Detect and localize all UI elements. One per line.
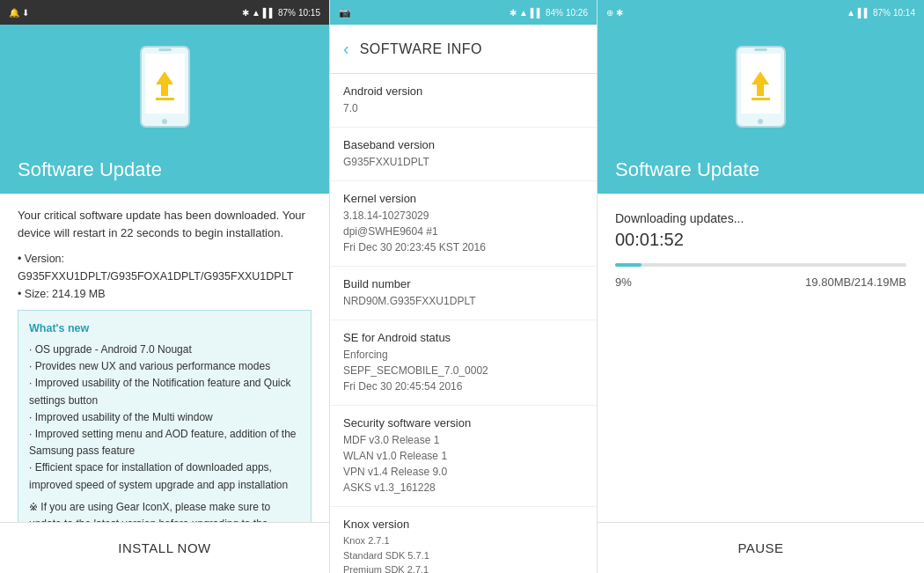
phone-icon-right [730, 42, 792, 130]
pause-button[interactable]: PAUSE [598, 522, 924, 573]
version-line2: • Size: 214.19 MB [18, 285, 312, 303]
progress-bar-fill [615, 263, 642, 267]
phone-icon-left [134, 42, 195, 130]
info-list: Android version 7.0 Baseband version G93… [330, 74, 597, 573]
right-signal-icon: ▌▌ [858, 8, 870, 18]
bluetooth-icon: ✱ [242, 8, 249, 18]
panel-left: 🔔 ⬇ ✱ ▲ ▌▌ 87% 10:15 Software Update [0, 0, 329, 573]
time-elapsed: 00:01:52 [615, 230, 906, 250]
clock-left: 10:15 [298, 8, 320, 18]
progress-stats: 9% 19.80MB/214.19MB [615, 275, 906, 289]
knox-value: Knox 2.7.1 Standard SDK 5.7.1 Premium SD… [343, 533, 583, 573]
left-status-icons: 🔔 ⬇ [9, 8, 29, 18]
whats-new-item-1: · Provides new UX and various performanc… [29, 358, 300, 375]
whats-new-item-0: · OS upgrade - Android 7.0 Nougat [29, 342, 300, 358]
right-left-icons: ⊕ ✱ [606, 8, 623, 18]
install-now-button[interactable]: INSTALL NOW [0, 522, 329, 573]
download-content: Downloading updates... 00:01:52 9% 19.80… [598, 194, 924, 373]
wifi-icon: ▲ [252, 8, 260, 18]
se-value: Enforcing SEPF_SECMOBILE_7.0_0002 Fri De… [343, 347, 583, 394]
android-version-label: Android version [343, 84, 583, 98]
back-button[interactable]: ‹ [343, 39, 349, 59]
knox-label: Knox version [343, 518, 583, 531]
page-title-right: Software Update [615, 158, 906, 181]
middle-wifi-icon: ▲ [519, 8, 528, 18]
version-info: • Version: G935FXXU1DPLT/G935FOXA1DPLT/G… [18, 250, 312, 303]
svg-rect-9 [754, 48, 767, 51]
info-item-android: Android version 7.0 [330, 74, 597, 128]
header-banner-right [598, 25, 924, 148]
whats-new-title: What's new [29, 320, 300, 337]
info-item-baseband: Baseband version G935FXXU1DPLT [330, 128, 597, 181]
middle-left-icons: 📷 [339, 7, 351, 18]
whats-new-item-2: · Improved usability of the Notification… [29, 375, 300, 408]
download-icon: ⬇ [22, 8, 29, 18]
phone-svg-right [732, 45, 789, 129]
whats-new-item-4: · Improved setting menu and AOD feature,… [29, 426, 300, 459]
right-status-icons: ✱ ▲ ▌▌ 87% 10:15 [242, 8, 320, 18]
info-item-kernel: Kernel version 3.18.14-10273029 dpi@SWHE… [330, 181, 597, 267]
right-clock: 10:14 [893, 8, 915, 18]
content-area-left: Your critical software update has been d… [0, 194, 329, 522]
security-label: Security software version [343, 416, 583, 430]
status-bar-middle: 📷 ✱ ▲ ▌▌ 84% 10:26 [330, 0, 597, 25]
description-text: Your critical software update has been d… [18, 207, 312, 241]
battery-left: 87% [278, 8, 296, 18]
progress-percent: 9% [615, 275, 632, 289]
svg-rect-11 [752, 98, 770, 100]
baseband-value: G935FXXU1DPLT [343, 154, 583, 170]
right-right-icons: ▲ ▌▌ 87% 10:14 [847, 8, 915, 18]
page-title-left: Software Update [18, 158, 312, 181]
panel-middle: 📷 ✱ ▲ ▌▌ 84% 10:26 ‹ SOFTWARE INFO Andro… [329, 0, 598, 573]
middle-battery: 84% [546, 8, 563, 18]
right-battery: 87% [873, 8, 891, 18]
panel-right: ⊕ ✱ ▲ ▌▌ 87% 10:14 Software Update [598, 0, 924, 573]
info-item-build: Build number NRD90M.G935FXXU1DPLT [330, 267, 597, 320]
middle-signal-icon: ▌▌ [531, 8, 543, 18]
signal-icon: ▌▌ [263, 8, 275, 18]
downloading-label: Downloading updates... [615, 211, 906, 225]
kernel-value: 3.18.14-10273029 dpi@SWHE9604 #1 Fri Dec… [343, 208, 583, 255]
whats-new-item-3: · Improved usability of the Multi window [29, 409, 300, 426]
progress-size: 19.80MB/214.19MB [805, 275, 906, 289]
software-info-title: SOFTWARE INFO [360, 41, 482, 57]
middle-bt-icon: ✱ [510, 8, 517, 18]
info-item-se: SE for Android status Enforcing SEPF_SEC… [330, 320, 597, 406]
whats-new-box: What's new · OS upgrade - Android 7.0 No… [18, 310, 312, 522]
right-bt-icon: ✱ [616, 8, 623, 18]
whats-new-item-5: · Efficient space for installation of do… [29, 459, 300, 493]
version-line1: • Version: G935FXXU1DPLT/G935FOXA1DPLT/G… [18, 250, 312, 285]
middle-clock: 10:26 [566, 8, 588, 18]
info-item-security: Security software version MDF v3.0 Relea… [330, 406, 597, 507]
progress-bar-container [615, 263, 906, 267]
se-label: SE for Android status [343, 331, 583, 344]
baseband-label: Baseband version [343, 138, 583, 151]
security-value: MDF v3.0 Release 1 WLAN v1.0 Release 1 V… [343, 432, 583, 496]
notification-icon: 🔔 [9, 8, 19, 18]
right-wifi-icon: ▲ [847, 8, 855, 18]
svg-rect-5 [156, 98, 174, 100]
title-bar-left: Software Update [0, 148, 329, 194]
svg-point-2 [162, 119, 167, 124]
phone-svg-left [136, 45, 194, 129]
status-bar-right: ⊕ ✱ ▲ ▌▌ 87% 10:14 [598, 0, 924, 25]
info-item-knox: Knox version Knox 2.7.1 Standard SDK 5.7… [330, 507, 597, 573]
middle-notification-icon: 📷 [339, 7, 351, 18]
whats-new-note1: ※ If you are using Gear IconX, please ma… [29, 499, 300, 522]
build-label: Build number [343, 277, 583, 290]
svg-rect-3 [158, 48, 172, 51]
status-bar-left: 🔔 ⬇ ✱ ▲ ▌▌ 87% 10:15 [0, 0, 329, 25]
kernel-label: Kernel version [343, 192, 583, 205]
svg-point-8 [758, 119, 763, 124]
title-bar-right: Software Update [598, 148, 924, 194]
build-value: NRD90M.G935FXXU1DPLT [343, 293, 583, 309]
right-gps-icon: ⊕ [606, 8, 613, 18]
header-banner-left [0, 25, 329, 148]
middle-right-icons: ✱ ▲ ▌▌ 84% 10:26 [510, 8, 588, 18]
software-info-header: ‹ SOFTWARE INFO [330, 25, 597, 74]
android-version-value: 7.0 [343, 100, 583, 116]
